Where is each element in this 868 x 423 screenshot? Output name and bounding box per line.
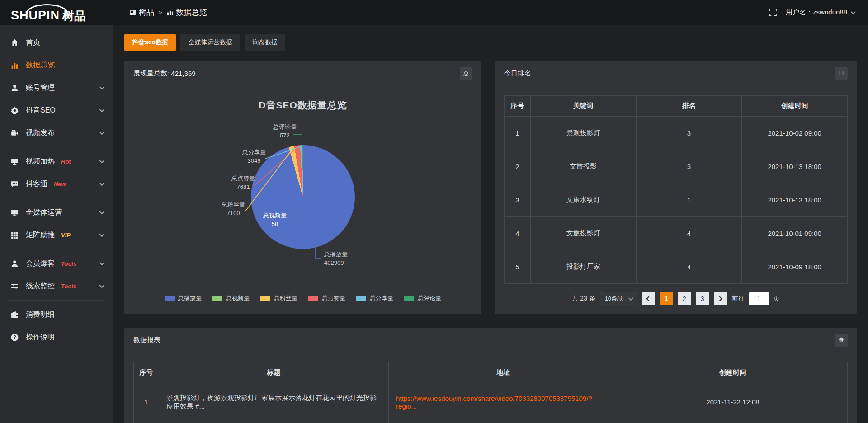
column-header: 序号 bbox=[134, 362, 159, 383]
breadcrumb-root[interactable]: 树品 bbox=[129, 7, 154, 18]
legend-item-fans[interactable]: 总粉丝量 bbox=[260, 294, 297, 302]
sidebar: 首页 数据总览 账号管理 抖音SEO 视频发布 视频加热 Hot 抖客通 New… bbox=[0, 25, 113, 423]
table-badge-button[interactable]: 表 bbox=[835, 334, 848, 347]
column-header: 创建时间 bbox=[742, 96, 848, 117]
sidebar-item-video-heat[interactable]: 视频加热 Hot bbox=[0, 150, 113, 173]
legend-item-videos[interactable]: 总视频量 bbox=[212, 294, 250, 302]
tab-douyin-seo-data[interactable]: 抖音seo数据 bbox=[124, 34, 176, 51]
chevron-down-icon bbox=[99, 260, 104, 265]
fullscreen-icon[interactable] bbox=[769, 9, 777, 16]
table-row: 2文旅投影32021-10-13 18:00 bbox=[505, 150, 848, 183]
main-content: 抖音seo数据 全媒体运营数据 询盘数据 展现量总数: 421,369 总 D音… bbox=[113, 25, 868, 423]
breadcrumb-current[interactable]: 数据总览 bbox=[167, 7, 207, 18]
sidebar-divider bbox=[8, 249, 105, 249]
report-card: 数据报表 表 序号 标题 地址 创建时间 1 景观投影灯，夜游景观投影灯 bbox=[124, 328, 857, 423]
new-tag: New bbox=[54, 181, 66, 188]
legend-swatch bbox=[260, 296, 270, 301]
page-button-3[interactable]: 3 bbox=[696, 292, 709, 306]
sidebar-item-label: 视频加热 bbox=[26, 157, 55, 166]
total-badge-button[interactable]: 总 bbox=[460, 67, 472, 80]
square-icon bbox=[129, 9, 136, 16]
sidebar-item-account[interactable]: 账号管理 bbox=[0, 76, 113, 99]
hot-tag: Hot bbox=[61, 158, 71, 165]
sidebar-item-douyin-seo[interactable]: 抖音SEO bbox=[0, 99, 113, 122]
pagination-total: 共 23 条 bbox=[572, 295, 595, 303]
legend-swatch bbox=[308, 296, 318, 301]
sidebar-item-lead-monitor[interactable]: 线索监控 Tools bbox=[0, 275, 113, 297]
chevron-down-icon bbox=[99, 209, 104, 214]
row-index: 1 bbox=[134, 383, 159, 421]
column-header: 标题 bbox=[159, 362, 389, 383]
column-header: 序号 bbox=[505, 96, 531, 117]
tab-media-ops-data[interactable]: 全媒体运营数据 bbox=[180, 34, 240, 51]
user-menu[interactable]: 用户名：zswodun88 bbox=[786, 8, 854, 17]
page-size-select[interactable]: 10条/页 bbox=[600, 292, 637, 306]
impressions-total: 421,369 bbox=[171, 70, 195, 77]
sidebar-item-media-ops[interactable]: 全媒体运营 bbox=[0, 201, 113, 224]
sidebar-item-label: 首页 bbox=[26, 38, 40, 47]
legend-swatch bbox=[212, 296, 222, 301]
sidebar-item-douketong[interactable]: 抖客通 New bbox=[0, 173, 113, 195]
goto-page-input[interactable] bbox=[749, 292, 769, 306]
pagination: 共 23 条 10条/页 1 2 3 前往 页 bbox=[504, 292, 848, 306]
sidebar-item-data-overview[interactable]: 数据总览 bbox=[0, 54, 113, 76]
wallet-icon bbox=[10, 311, 19, 319]
legend-item-comments[interactable]: 总评论量 bbox=[404, 294, 441, 302]
legend-item-shares[interactable]: 总分享量 bbox=[356, 294, 393, 302]
legend-item-plays[interactable]: 总播放量 bbox=[165, 294, 202, 302]
vip-tag: VIP bbox=[61, 232, 71, 239]
tools-tag: Tools bbox=[61, 283, 76, 290]
page-button-2[interactable]: 2 bbox=[678, 292, 691, 306]
chevron-right-icon bbox=[717, 296, 722, 301]
legend-item-likes[interactable]: 总点赞量 bbox=[308, 294, 345, 302]
pie-label-plays: 总播放量402909 bbox=[324, 250, 365, 267]
pie-label-comments: 总评论量572 bbox=[269, 122, 301, 140]
sidebar-item-label: 全媒体运营 bbox=[26, 208, 62, 217]
sidebar-item-label: 消费明细 bbox=[26, 310, 55, 320]
sidebar-item-member-burst[interactable]: 会员爆客 Tools bbox=[0, 252, 113, 275]
bar-chart-icon bbox=[167, 9, 174, 16]
sidebar-item-home[interactable]: 首页 bbox=[0, 31, 113, 54]
breadcrumb-separator: > bbox=[159, 9, 162, 16]
chevron-down-icon bbox=[628, 296, 633, 301]
chevron-down-icon bbox=[851, 9, 856, 14]
bar-chart-icon bbox=[10, 61, 19, 69]
sidebar-item-video-publish[interactable]: 视频发布 bbox=[0, 122, 113, 144]
next-page-button[interactable] bbox=[714, 292, 727, 306]
user-icon bbox=[10, 84, 19, 92]
chart-title: D音SEO数据量总览 bbox=[124, 99, 481, 112]
home-icon bbox=[10, 39, 19, 47]
prev-page-button[interactable] bbox=[642, 292, 655, 306]
sidebar-item-consumption[interactable]: 消费明细 bbox=[0, 303, 113, 326]
overview-card: 展现量总数: 421,369 总 D音SEO数据量总览 总评论量572 bbox=[124, 61, 481, 314]
pie-label-videos: 总视频量58 bbox=[259, 211, 291, 228]
table-row: 1景观投影灯32021-10-02 09:00 bbox=[505, 117, 848, 150]
legend-swatch bbox=[356, 296, 366, 301]
chevron-down-icon bbox=[99, 181, 104, 186]
chevron-down-icon bbox=[99, 158, 104, 163]
goto-unit-label: 页 bbox=[774, 295, 780, 303]
topbar-right: 用户名：zswodun88 bbox=[769, 8, 868, 17]
column-header: 创建时间 bbox=[618, 362, 848, 383]
sidebar-item-matrix-boost[interactable]: 矩阵助推 VIP bbox=[0, 224, 113, 246]
chart-legend: 总播放量 总视频量 总粉丝量 总点赞量 总分享量 总评论量 bbox=[124, 294, 481, 302]
video-url-link[interactable]: https://www.iesdouyin.com/share/video/70… bbox=[396, 395, 611, 410]
page-button-1[interactable]: 1 bbox=[660, 292, 673, 306]
created-time-cell: 2021-11-22 12:08 bbox=[618, 383, 848, 421]
tab-inquiry-data[interactable]: 询盘数据 bbox=[245, 34, 285, 51]
column-header: 关键词 bbox=[531, 96, 637, 117]
chevron-down-icon bbox=[99, 107, 104, 112]
table-row bbox=[134, 421, 848, 423]
legend-swatch bbox=[404, 296, 414, 301]
chevron-down-icon bbox=[99, 130, 104, 135]
table-header-row: 序号 标题 地址 创建时间 bbox=[134, 362, 848, 383]
sidebar-divider bbox=[8, 198, 105, 198]
pie-label-shares: 总分享量3049 bbox=[238, 148, 270, 165]
sidebar-item-label: 会员爆客 bbox=[26, 259, 55, 268]
sidebar-item-help[interactable]: ? 操作说明 bbox=[0, 326, 113, 348]
legend-swatch bbox=[165, 296, 175, 301]
table-row: 1 景观投影灯，夜游景观投影灯厂家展示展示落花灯在花园里的灯光投影应用效果 #.… bbox=[134, 383, 848, 421]
chevron-down-icon bbox=[99, 232, 104, 237]
question-icon: ? bbox=[10, 334, 19, 341]
day-badge-button[interactable]: 日 bbox=[835, 67, 848, 80]
